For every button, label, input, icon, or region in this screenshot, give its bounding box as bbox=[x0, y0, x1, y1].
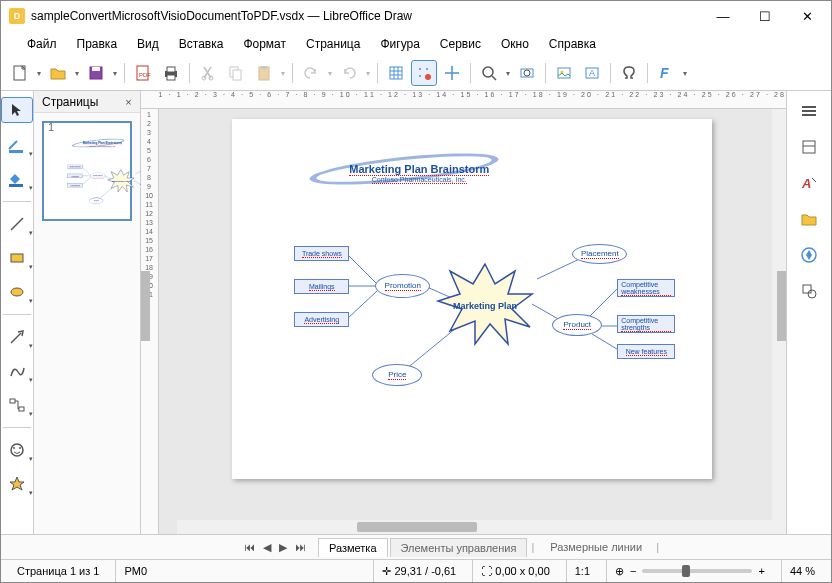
svg-line-48 bbox=[82, 177, 90, 185]
basic-shapes-tool[interactable]: ▾ bbox=[3, 438, 31, 462]
svg-rect-2 bbox=[92, 67, 100, 71]
tab-last-icon[interactable]: ⏭ bbox=[293, 541, 308, 554]
pages-panel-close[interactable]: × bbox=[125, 96, 131, 108]
menu-shape[interactable]: Фигура bbox=[372, 35, 427, 53]
diagram-center: Marketing Plan bbox=[453, 301, 517, 311]
save-button[interactable] bbox=[83, 60, 109, 86]
line-tool[interactable]: ▾ bbox=[3, 212, 31, 236]
zoom-out-icon[interactable]: − bbox=[630, 565, 636, 577]
horizontal-ruler[interactable]: 1 · 1 · 2 · 3 · 4 · 5 · 6 · 7 · 8 · 9 · … bbox=[141, 91, 786, 109]
tab-next-icon[interactable]: ▶ bbox=[277, 541, 289, 554]
undo-dropdown[interactable]: ▾ bbox=[326, 69, 334, 78]
star-tool[interactable]: ▾ bbox=[3, 472, 31, 496]
fontwork-button[interactable]: F bbox=[653, 60, 679, 86]
menu-edit[interactable]: Правка bbox=[69, 35, 126, 53]
node-mailings[interactable]: Mailings bbox=[67, 174, 82, 178]
node-price[interactable]: Price bbox=[89, 198, 103, 204]
undo-button[interactable] bbox=[298, 60, 324, 86]
select-tool[interactable] bbox=[1, 97, 33, 123]
open-dropdown[interactable]: ▾ bbox=[73, 69, 81, 78]
drawing-page[interactable]: Marketing Plan Brainstorm Contoso Pharma… bbox=[232, 119, 712, 479]
paste-dropdown[interactable]: ▾ bbox=[279, 69, 287, 78]
tab-prev-icon[interactable]: ◀ bbox=[261, 541, 273, 554]
zoom-button[interactable] bbox=[476, 60, 502, 86]
snap-grid-button[interactable] bbox=[411, 60, 437, 86]
save-dropdown[interactable]: ▾ bbox=[111, 69, 119, 78]
new-button[interactable] bbox=[7, 60, 33, 86]
node-advertising[interactable]: Advertising bbox=[294, 312, 349, 327]
print-button[interactable] bbox=[158, 60, 184, 86]
grid-button[interactable] bbox=[383, 60, 409, 86]
left-grip[interactable] bbox=[141, 271, 150, 341]
line-color-tool[interactable]: ▾ bbox=[3, 133, 31, 157]
fit-page-icon[interactable]: ⊕ bbox=[615, 565, 624, 578]
cut-button[interactable] bbox=[195, 60, 221, 86]
ellipse-tool[interactable]: ▾ bbox=[3, 280, 31, 304]
image-button[interactable] bbox=[551, 60, 577, 86]
node-placement[interactable]: Placement bbox=[572, 244, 627, 264]
zoom-slider[interactable] bbox=[642, 569, 752, 573]
gallery-icon[interactable] bbox=[795, 207, 823, 231]
minimize-button[interactable]: — bbox=[711, 9, 735, 24]
menu-help[interactable]: Справка bbox=[541, 35, 604, 53]
fontwork-dropdown[interactable]: ▾ bbox=[681, 69, 689, 78]
sidebar-toggle-icon[interactable] bbox=[795, 99, 823, 123]
new-dropdown[interactable]: ▾ bbox=[35, 69, 43, 78]
node-price[interactable]: Price bbox=[372, 364, 422, 386]
node-comp-weaknesses[interactable]: Competitive weaknesses bbox=[617, 279, 675, 297]
node-new-features[interactable]: New features bbox=[617, 344, 675, 359]
styles-icon[interactable]: A bbox=[795, 171, 823, 195]
menu-tools[interactable]: Сервис bbox=[432, 35, 489, 53]
horizontal-scrollbar[interactable] bbox=[177, 520, 786, 534]
zoom-in-icon[interactable]: + bbox=[758, 565, 764, 577]
maximize-button[interactable]: ☐ bbox=[753, 9, 777, 24]
special-char-button[interactable] bbox=[616, 60, 642, 86]
node-promotion[interactable]: Promotion bbox=[90, 172, 105, 179]
properties-icon[interactable] bbox=[795, 135, 823, 159]
copy-button[interactable] bbox=[223, 60, 249, 86]
svg-line-60 bbox=[347, 291, 377, 319]
tab-layout[interactable]: Разметка bbox=[318, 538, 388, 557]
node-mailings[interactable]: Mailings bbox=[294, 279, 349, 294]
close-button[interactable]: ✕ bbox=[795, 9, 819, 24]
open-button[interactable] bbox=[45, 60, 71, 86]
node-product[interactable]: Product bbox=[552, 314, 602, 336]
object-zoom-button[interactable] bbox=[514, 60, 540, 86]
node-trade-shows[interactable]: Trade shows bbox=[294, 246, 349, 261]
navigator-icon[interactable] bbox=[795, 243, 823, 267]
svg-line-37 bbox=[11, 218, 23, 230]
arrow-tool[interactable]: ▾ bbox=[3, 325, 31, 349]
svg-text:F: F bbox=[660, 65, 669, 81]
menu-insert[interactable]: Вставка bbox=[171, 35, 232, 53]
redo-dropdown[interactable]: ▾ bbox=[364, 69, 372, 78]
zoom-dropdown[interactable]: ▾ bbox=[504, 69, 512, 78]
redo-button[interactable] bbox=[336, 60, 362, 86]
tab-dimension-lines[interactable]: Размерные линии bbox=[540, 538, 652, 556]
node-comp-strengths[interactable]: Competitive strengths bbox=[617, 315, 675, 333]
right-grip[interactable] bbox=[777, 271, 786, 341]
node-trade-shows[interactable]: Trade shows bbox=[67, 165, 82, 169]
node-advertising[interactable]: Advertising bbox=[67, 183, 82, 187]
menu-view[interactable]: Вид bbox=[129, 35, 167, 53]
connector-tool[interactable]: ▾ bbox=[3, 393, 31, 417]
shapes-icon[interactable] bbox=[795, 279, 823, 303]
textbox-button[interactable]: A bbox=[579, 60, 605, 86]
menu-page[interactable]: Страница bbox=[298, 35, 368, 53]
tab-controls[interactable]: Элементы управления bbox=[390, 538, 528, 557]
guides-button[interactable] bbox=[439, 60, 465, 86]
svg-rect-42 bbox=[19, 407, 24, 411]
page-thumbnail-1[interactable]: 1 bbox=[42, 121, 132, 221]
canvas-area[interactable]: 1 · 1 · 2 · 3 · 4 · 5 · 6 · 7 · 8 · 9 · … bbox=[141, 91, 786, 534]
menu-format[interactable]: Формат bbox=[235, 35, 294, 53]
paste-button[interactable] bbox=[251, 60, 277, 86]
status-zoom[interactable]: 44 % bbox=[781, 560, 823, 582]
export-pdf-button[interactable]: PDF bbox=[130, 60, 156, 86]
tab-first-icon[interactable]: ⏮ bbox=[242, 541, 257, 554]
status-scale[interactable]: 1:1 bbox=[566, 560, 598, 582]
curve-tool[interactable]: ▾ bbox=[3, 359, 31, 383]
menu-file[interactable]: Файл bbox=[19, 35, 65, 53]
fill-color-tool[interactable]: ▾ bbox=[3, 167, 31, 191]
menu-window[interactable]: Окно bbox=[493, 35, 537, 53]
node-promotion[interactable]: Promotion bbox=[375, 274, 430, 298]
rect-tool[interactable]: ▾ bbox=[3, 246, 31, 270]
